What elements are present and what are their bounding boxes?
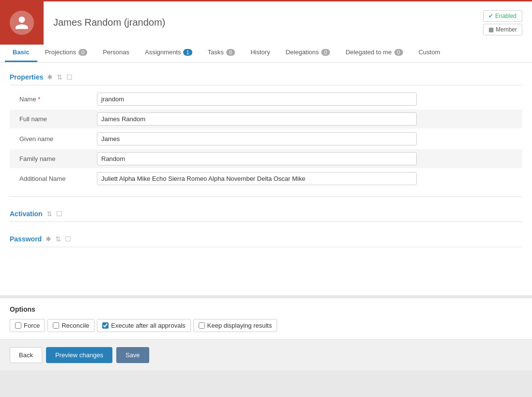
tab-delegated-to-me[interactable]: Delegated to me 0 xyxy=(338,44,411,62)
reconcile-checkbox[interactable] xyxy=(53,322,59,329)
footer: Back Preview changes Save xyxy=(0,339,532,370)
activation-expand-icon[interactable]: ☐ xyxy=(56,210,63,218)
properties-section-header: Properties ✱ ⇅ ☐ xyxy=(10,67,522,85)
password-sort-icon[interactable]: ⇅ xyxy=(55,235,61,243)
force-checkbox[interactable] xyxy=(15,322,21,329)
fullname-row: Full name xyxy=(10,110,522,128)
tab-assignments[interactable]: Assignments 1 xyxy=(137,44,200,62)
properties-separator xyxy=(10,85,522,85)
familyname-input[interactable] xyxy=(97,152,417,165)
activation-title: Activation xyxy=(10,210,43,218)
execute-after-approvals-option[interactable]: Execute after all approvals xyxy=(97,319,190,332)
header-badges: ✔ Enabled ▦ Member xyxy=(483,10,532,35)
page-header: James Random (jrandom) ✔ Enabled ▦ Membe… xyxy=(0,0,532,44)
reconcile-option[interactable]: Reconcile xyxy=(47,319,94,332)
execute-after-approvals-label: Execute after all approvals xyxy=(111,322,185,329)
additionalname-input[interactable] xyxy=(97,172,417,185)
givenname-input[interactable] xyxy=(97,132,417,145)
options-section: Options Force Reconcile Execute after al… xyxy=(0,298,532,339)
fullname-label: Full name xyxy=(10,115,97,123)
properties-expand-icon[interactable]: ☐ xyxy=(66,73,73,81)
preview-changes-button[interactable]: Preview changes xyxy=(46,347,112,363)
givenname-label: Given name xyxy=(10,135,97,143)
enabled-label: Enabled xyxy=(495,13,516,19)
user-id: (jrandom) xyxy=(124,17,166,28)
tasks-count: 0 xyxy=(226,49,235,56)
fullname-input[interactable] xyxy=(97,112,417,126)
options-title: Options xyxy=(10,305,522,313)
password-expand-icon[interactable]: ☐ xyxy=(65,235,71,243)
reconcile-label: Reconcile xyxy=(62,322,89,329)
properties-title: Properties xyxy=(10,73,43,81)
keep-displaying-checkbox[interactable] xyxy=(199,322,205,329)
force-option[interactable]: Force xyxy=(10,319,45,332)
member-icon: ▦ xyxy=(488,26,494,33)
person-icon xyxy=(14,15,30,31)
avatar xyxy=(0,1,44,45)
user-fullname: James Random xyxy=(53,17,121,28)
user-avatar-icon xyxy=(10,11,34,35)
additionalname-row: Additional Name xyxy=(10,172,522,185)
tab-tasks[interactable]: Tasks 0 xyxy=(200,44,243,62)
keep-displaying-option[interactable]: Keep displaying results xyxy=(193,319,278,332)
header-info: James Random (jrandom) xyxy=(44,12,483,33)
password-title: Password xyxy=(10,235,42,243)
name-row: Name * xyxy=(10,93,522,106)
enabled-badge[interactable]: ✔ Enabled xyxy=(483,10,522,22)
member-label: Member xyxy=(496,26,517,33)
name-label: Name * xyxy=(10,95,97,103)
activation-separator xyxy=(10,222,522,222)
tab-personas[interactable]: Personas xyxy=(95,44,137,62)
force-label: Force xyxy=(24,322,40,329)
tab-bar: Basic Projections 0 Personas Assignments… xyxy=(0,44,532,63)
execute-after-approvals-checkbox[interactable] xyxy=(102,322,109,329)
tab-basic[interactable]: Basic xyxy=(5,44,37,62)
tab-delegations[interactable]: Delegations 0 xyxy=(278,44,338,62)
projections-count: 0 xyxy=(78,49,87,56)
save-button[interactable]: Save xyxy=(116,347,149,363)
options-bar: Force Reconcile Execute after all approv… xyxy=(10,319,522,332)
back-button[interactable]: Back xyxy=(10,347,42,363)
activation-sort-icon[interactable]: ⇅ xyxy=(47,210,52,218)
main-content: Properties ✱ ⇅ ☐ Name * Full name Given … xyxy=(0,63,532,295)
tab-projections[interactable]: Projections 0 xyxy=(37,44,95,62)
activation-separator-top xyxy=(10,196,522,197)
checkmark-icon: ✔ xyxy=(488,13,493,19)
tab-custom[interactable]: Custom xyxy=(411,44,448,62)
keep-displaying-label: Keep displaying results xyxy=(207,322,272,329)
assignments-count: 1 xyxy=(183,49,192,56)
name-input[interactable] xyxy=(97,93,417,106)
password-star-icon[interactable]: ✱ xyxy=(46,235,51,243)
page-title: James Random (jrandom) xyxy=(53,17,473,28)
password-separator xyxy=(10,247,522,247)
delegated-to-me-count: 0 xyxy=(394,49,403,56)
properties-sort-icon[interactable]: ⇅ xyxy=(57,73,63,81)
tab-history[interactable]: History xyxy=(243,44,278,62)
familyname-row: Family name xyxy=(10,149,522,168)
delegations-count: 0 xyxy=(321,49,330,56)
additionalname-label: Additional Name xyxy=(10,175,97,182)
properties-star-icon[interactable]: ✱ xyxy=(47,73,53,81)
activation-section-header: Activation ⇅ ☐ xyxy=(10,204,522,222)
password-section-header: Password ✱ ⇅ ☐ xyxy=(10,229,522,247)
member-badge[interactable]: ▦ Member xyxy=(483,24,522,35)
familyname-label: Family name xyxy=(10,155,97,162)
givenname-row: Given name xyxy=(10,132,522,145)
